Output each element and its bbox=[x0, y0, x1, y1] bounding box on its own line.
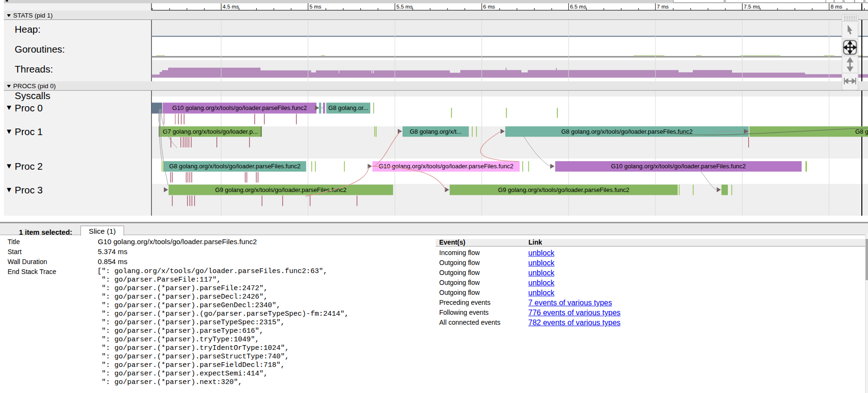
svg-text:PROCS (pid 0): PROCS (pid 0) bbox=[13, 82, 56, 90]
svg-text:Proc 0: Proc 0 bbox=[15, 102, 43, 113]
svg-text:Heap:: Heap: bbox=[15, 24, 41, 35]
svg-text:G9 golang.org/x/tools/go/loade: G9 golang.org/x/tools/go/loader.parseFil… bbox=[498, 186, 629, 193]
svg-text:G7 golang.org/x/tools/go/loade: G7 golang.org/x/tools/go/loader.p... bbox=[163, 128, 258, 135]
svg-text:STATS (pid 1): STATS (pid 1) bbox=[13, 12, 53, 19]
svg-text:G10 golang.org/x/tools/go/load: G10 golang.org/x/tools/go/loader.parseFi… bbox=[379, 163, 514, 170]
svg-text:7 ms: 7 ms bbox=[657, 4, 669, 9]
svg-text:6 ms: 6 ms bbox=[483, 4, 495, 9]
svg-text:5.5 ms: 5.5 ms bbox=[396, 4, 413, 9]
svg-text:Proc 1: Proc 1 bbox=[15, 126, 43, 137]
svg-text:7.5 ms: 7.5 ms bbox=[744, 4, 761, 9]
svg-text:Proc 3: Proc 3 bbox=[15, 184, 43, 195]
svg-text:G10 golang.org/x/tools/go/load: G10 golang.org/x/tools/go/loader.parseFi… bbox=[611, 163, 746, 170]
svg-text:G9 golang.org/x/tools/go/loade: G9 golang.org/x/tools/go/loader.parseFil… bbox=[215, 186, 346, 193]
svg-text:G10 golang.org/x/tools/go/load: G10 golang.org/x/tools/go/loader.parseFi… bbox=[172, 104, 307, 111]
svg-text:Syscalls: Syscalls bbox=[15, 90, 50, 101]
svg-text:Threads:: Threads: bbox=[15, 64, 53, 74]
svg-text:5 ms: 5 ms bbox=[310, 4, 322, 9]
svg-text:Proc 2: Proc 2 bbox=[15, 161, 43, 172]
svg-text:4.5 ms: 4.5 ms bbox=[223, 4, 239, 9]
svg-text:G8 golang.org/x/tools/go...: G8 golang.org/x/tools/go... bbox=[855, 128, 868, 135]
svg-text:Goroutines:: Goroutines: bbox=[15, 44, 65, 55]
svg-text:8 ms: 8 ms bbox=[831, 4, 842, 9]
svg-text:G8 golang.or...: G8 golang.or... bbox=[328, 104, 368, 111]
svg-text:6.5 ms: 6.5 ms bbox=[570, 4, 587, 9]
svg-text:G8 golang.org/x/tools/go/loade: G8 golang.org/x/tools/go/loader.parseFil… bbox=[561, 128, 692, 135]
svg-text:G8 golang.org/x/tools/go/loade: G8 golang.org/x/tools/go/loader.parseFil… bbox=[169, 163, 300, 170]
svg-text:G8 golang.org/x/t...: G8 golang.org/x/t... bbox=[410, 128, 462, 135]
